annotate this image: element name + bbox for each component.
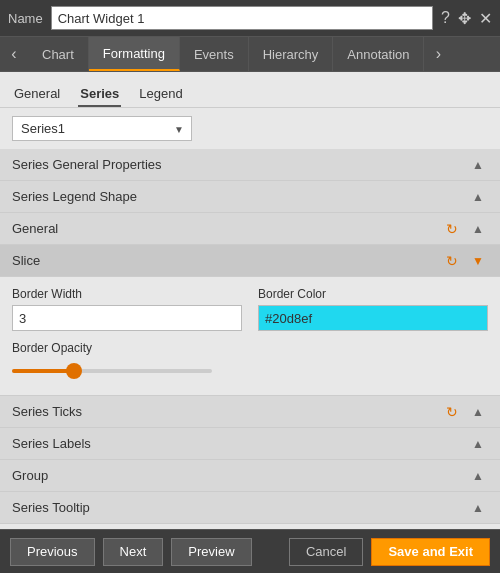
next-button[interactable]: Next (103, 538, 164, 566)
border-color-label: Border Color (258, 287, 488, 301)
footer-bar: Previous Next Preview Cancel Save and Ex… (0, 529, 500, 573)
name-label: Name (8, 11, 43, 26)
border-width-label: Border Width (12, 287, 242, 301)
section-chevron-labels[interactable]: ▲ (468, 437, 488, 451)
section-series-tooltip[interactable]: Series Tooltip ▲ (0, 492, 500, 524)
series-dropdown-row: Series1 Series2 Series3 (0, 108, 500, 149)
tab-nav: ‹ Chart Formatting Events Hierarchy Anno… (0, 36, 500, 72)
tab-next-arrow[interactable]: › (424, 37, 452, 71)
section-chevron-group[interactable]: ▲ (468, 469, 488, 483)
section-series-ticks[interactable]: Series Ticks ↻ ▲ (0, 396, 500, 428)
previous-button[interactable]: Previous (10, 538, 95, 566)
section-chevron-down-3[interactable]: ▼ (468, 254, 488, 268)
section-refresh-2[interactable]: ↻ (442, 221, 462, 237)
opacity-slider-track (12, 369, 212, 373)
border-width-input[interactable] (12, 305, 242, 331)
section-refresh-ticks[interactable]: ↻ (442, 404, 462, 420)
sub-tab-row: General Series Legend (0, 72, 500, 108)
tab-formatting[interactable]: Formatting (89, 37, 180, 71)
widget-title-input[interactable] (51, 6, 433, 30)
tab-annotation[interactable]: Annotation (333, 37, 424, 71)
help-icon[interactable]: ? (441, 9, 450, 28)
section-chevron-up-0[interactable]: ▲ (468, 158, 488, 172)
section-general[interactable]: General ↻ ▲ (0, 213, 500, 245)
opacity-slider-fill (12, 369, 74, 373)
move-icon[interactable]: ✥ (458, 9, 471, 28)
opacity-row: Border Opacity (12, 341, 488, 381)
border-color-field: Border Color (258, 287, 488, 331)
section-chevron-ticks[interactable]: ▲ (468, 405, 488, 419)
tab-chart[interactable]: Chart (28, 37, 89, 71)
series-select-wrapper: Series1 Series2 Series3 (12, 116, 192, 141)
opacity-slider-container (12, 361, 488, 381)
series-select[interactable]: Series1 Series2 Series3 (12, 116, 192, 141)
section-group[interactable]: Group ▲ (0, 460, 500, 492)
section-slice[interactable]: Slice ↻ ▼ (0, 245, 500, 277)
main-content: General Series Legend Series1 Series2 Se… (0, 72, 500, 529)
section-chevron-up-2[interactable]: ▲ (468, 222, 488, 236)
save-exit-button[interactable]: Save and Exit (371, 538, 490, 566)
cancel-button[interactable]: Cancel (289, 538, 363, 566)
section-series-general-properties[interactable]: Series General Properties ▲ (0, 149, 500, 181)
preview-button[interactable]: Preview (171, 538, 251, 566)
section-series-legend-shape[interactable]: Series Legend Shape ▲ (0, 181, 500, 213)
section-chevron-tooltip[interactable]: ▲ (468, 501, 488, 515)
header-bar: Name ? ✥ ✕ (0, 0, 500, 36)
border-opacity-label: Border Opacity (12, 341, 488, 355)
sub-tab-legend[interactable]: Legend (137, 82, 184, 107)
border-color-input[interactable] (258, 305, 488, 331)
sub-tab-general[interactable]: General (12, 82, 62, 107)
section-series-labels[interactable]: Series Labels ▲ (0, 428, 500, 460)
close-icon[interactable]: ✕ (479, 9, 492, 28)
sub-tab-series[interactable]: Series (78, 82, 121, 107)
opacity-slider-thumb[interactable] (66, 363, 82, 379)
header-icons: ? ✥ ✕ (441, 9, 492, 28)
section-refresh-3[interactable]: ↻ (442, 253, 462, 269)
slice-content: Border Width Border Color Border Opacity (0, 277, 500, 396)
tab-hierarchy[interactable]: Hierarchy (249, 37, 334, 71)
section-chevron-up-1[interactable]: ▲ (468, 190, 488, 204)
border-width-field: Border Width (12, 287, 242, 331)
tab-prev-arrow[interactable]: ‹ (0, 37, 28, 71)
tab-events[interactable]: Events (180, 37, 249, 71)
form-row-border: Border Width Border Color (12, 287, 488, 331)
